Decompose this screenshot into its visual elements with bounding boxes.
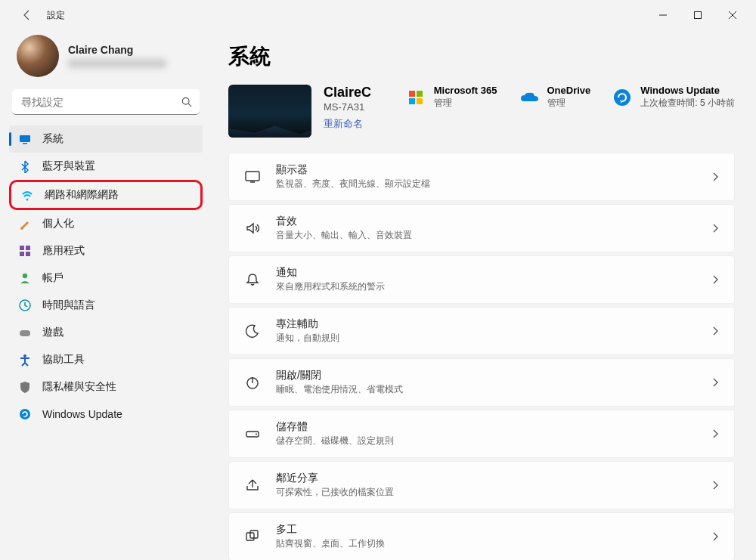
onedrive-icon: [519, 91, 539, 104]
settings-cards: 顯示器 監視器、亮度、夜間光線、顯示設定檔 音效 音量大小、輸出、輸入、音效裝置…: [228, 153, 735, 560]
device-link-sub: 管理: [434, 97, 497, 110]
sidebar-item-system[interactable]: 系統: [9, 125, 203, 153]
bluetooth-icon: [18, 159, 32, 173]
device-row: ClaireC MS-7A31 重新命名 Microsoft 365管理OneD…: [228, 85, 735, 138]
settings-card-storage[interactable]: 儲存體 儲存空間、磁碟機、設定規則: [228, 410, 735, 458]
sidebar-item-label: 個人化: [42, 217, 74, 230]
card-subtitle: 監視器、亮度、夜間光線、顯示設定檔: [276, 178, 430, 190]
display-icon: [244, 169, 261, 185]
card-title: 儲存體: [276, 420, 394, 434]
chevron-right-icon: [711, 480, 719, 490]
svg-rect-20: [417, 98, 423, 104]
sidebar-item-label: 藍牙與裝置: [42, 159, 95, 173]
share-icon: [244, 477, 261, 493]
chevron-right-icon: [711, 377, 719, 388]
svg-rect-8: [20, 246, 24, 250]
time-icon: [18, 299, 32, 312]
sidebar-nav: 系統藍牙與裝置網路和網際網路個人化應用程式帳戶時間與語言遊戲協助工具隱私權與安全…: [9, 125, 203, 428]
svg-point-15: [23, 354, 26, 357]
sidebar-item-label: 網路和網際網路: [45, 188, 119, 202]
settings-card-power[interactable]: 開啟/關閉 睡眠、電池使用情況、省電模式: [228, 358, 735, 407]
storage-icon: [244, 425, 261, 442]
svg-rect-14: [20, 330, 30, 336]
moon-icon: [244, 323, 261, 339]
chevron-right-icon: [711, 429, 719, 439]
sidebar-item-shield[interactable]: 隱私權與安全性: [9, 373, 203, 401]
minimize-button[interactable]: [646, 3, 680, 27]
settings-card-multi[interactable]: 多工 貼齊視窗、桌面、工作切換: [228, 512, 735, 560]
device-links: Microsoft 365管理OneDrive管理Windows Update上…: [405, 85, 735, 110]
chevron-right-icon: [711, 172, 719, 182]
sidebar-item-wifi[interactable]: 網路和網際網路: [9, 180, 203, 210]
bell-icon: [244, 271, 261, 288]
maximize-icon: [694, 11, 702, 19]
back-button[interactable]: [18, 6, 36, 24]
device-link-title: OneDrive: [547, 85, 591, 96]
card-subtitle: 睡眠、電池使用情況、省電模式: [276, 383, 403, 396]
window-title: 設定: [47, 9, 65, 22]
close-button[interactable]: [715, 3, 750, 27]
rename-link[interactable]: 重新命名: [324, 117, 371, 131]
device-link-sub: 上次檢查時間: 5 小時前: [640, 97, 735, 110]
device-info: ClaireC MS-7A31 重新命名: [324, 85, 371, 131]
arrow-left-icon: [21, 9, 33, 21]
sidebar: Claire Chang 系統藍牙與裝置網路和網際網路個人化應用程式帳戶時間與語…: [0, 30, 212, 560]
svg-rect-11: [26, 252, 30, 256]
settings-card-display[interactable]: 顯示器 監視器、亮度、夜間光線、顯示設定檔: [228, 153, 735, 201]
settings-card-sound[interactable]: 音效 音量大小、輸出、輸入、音效裝置: [228, 204, 735, 252]
search-box[interactable]: [12, 89, 200, 115]
device-wallpaper-preview[interactable]: [228, 85, 311, 138]
svg-rect-17: [409, 91, 415, 97]
sidebar-item-time[interactable]: 時間與語言: [9, 292, 203, 319]
window-controls: [646, 3, 750, 27]
sidebar-item-account[interactable]: 帳戶: [9, 265, 203, 292]
wifi-icon: [20, 188, 34, 202]
device-link-title: Windows Update: [640, 85, 735, 96]
sidebar-item-bluetooth[interactable]: 藍牙與裝置: [9, 153, 203, 180]
chevron-right-icon: [711, 326, 719, 336]
multi-icon: [244, 528, 261, 545]
sidebar-item-update[interactable]: Windows Update: [9, 401, 203, 428]
card-subtitle: 貼齊視窗、桌面、工作切換: [276, 537, 385, 550]
card-title: 鄰近分享: [276, 472, 394, 485]
sidebar-item-brush[interactable]: 個人化: [9, 210, 203, 237]
card-title: 顯示器: [276, 163, 430, 177]
sidebar-item-access[interactable]: 協助工具: [9, 346, 203, 373]
device-link-0[interactable]: Microsoft 365管理: [405, 85, 497, 110]
windows-update-icon: [612, 88, 632, 107]
device-link-2[interactable]: Windows Update上次檢查時間: 5 小時前: [612, 85, 735, 110]
profile-block[interactable]: Claire Chang: [9, 30, 203, 86]
card-subtitle: 儲存空間、磁碟機、設定規則: [276, 435, 394, 447]
chevron-right-icon: [711, 223, 719, 234]
device-link-1[interactable]: OneDrive管理: [519, 85, 591, 110]
sidebar-item-label: 隱私權與安全性: [42, 380, 116, 394]
card-subtitle: 來自應用程式和系統的警示: [276, 280, 385, 293]
minimize-icon: [659, 11, 667, 19]
sound-icon: [244, 220, 261, 237]
device-model: MS-7A31: [324, 101, 371, 113]
settings-card-moon[interactable]: 專注輔助 通知，自動規則: [228, 307, 735, 355]
settings-card-share[interactable]: 鄰近分享 可探索性，已接收的檔案位置: [228, 461, 735, 509]
avatar: [17, 35, 59, 77]
card-title: 專注輔助: [276, 317, 339, 331]
account-icon: [18, 271, 32, 285]
search-input[interactable]: [12, 89, 200, 115]
titlebar: 設定: [0, 0, 756, 30]
svg-point-2: [182, 97, 189, 104]
svg-point-21: [614, 89, 631, 106]
access-icon: [18, 353, 32, 367]
brush-icon: [18, 217, 32, 230]
update-icon: [18, 407, 32, 421]
profile-name: Claire Chang: [68, 44, 166, 56]
page-title: 系統: [228, 42, 735, 71]
chevron-right-icon: [711, 531, 719, 542]
search-icon: [181, 97, 192, 107]
sidebar-item-game[interactable]: 遊戲: [9, 319, 203, 346]
shield-icon: [18, 380, 32, 394]
settings-card-bell[interactable]: 通知 來自應用程式和系統的警示: [228, 255, 735, 304]
device-link-title: Microsoft 365: [434, 85, 497, 96]
maximize-button[interactable]: [680, 3, 715, 27]
close-icon: [729, 11, 736, 19]
sidebar-item-apps[interactable]: 應用程式: [9, 237, 203, 265]
svg-rect-19: [409, 98, 415, 104]
